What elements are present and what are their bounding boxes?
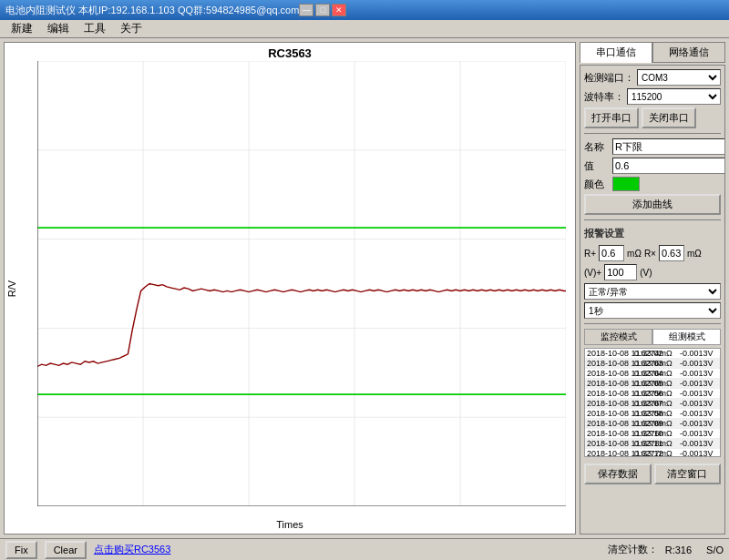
data-cell-time: 2018-10-08 11:33:12 <box>587 449 632 457</box>
main-layout: RC3563 R/V AUTO 0.6273mΩ AUTO -0.0013V P… <box>0 38 729 538</box>
data-cell-v: -0.0013V <box>680 409 721 418</box>
data-cell-r: 0.6276mΩ <box>634 359 678 368</box>
v-plus-label: (V)+ <box>584 268 601 278</box>
time-select[interactable]: 1秒 <box>584 302 721 319</box>
open-serial-button[interactable]: 打开串口 <box>584 107 639 128</box>
so-value: S/O <box>706 545 724 555</box>
alarm-type-select[interactable]: 正常/异常 <box>584 283 721 300</box>
baud-row: 波特率： 115200 <box>584 88 721 105</box>
count-value: R:316 <box>665 545 692 555</box>
r-minus-unit: mΩ <box>687 249 702 259</box>
data-cell-time: 2018-10-08 11:33:02 <box>587 349 632 358</box>
v-range-row: (V)+ (V) <box>584 264 721 280</box>
color-picker[interactable] <box>612 177 640 191</box>
data-cell-v: -0.0013V <box>680 359 721 368</box>
baud-select[interactable]: 115200 <box>627 88 721 105</box>
menu-item-编辑[interactable]: 编辑 <box>40 19 77 38</box>
port-select[interactable]: COM3 <box>637 69 721 86</box>
v-plus-input[interactable] <box>604 264 637 280</box>
table-row: 2018-10-08 11:33:110.6278mΩ-0.0013V <box>585 439 720 449</box>
data-cell-time: 2018-10-08 11:33:03 <box>587 359 632 368</box>
statusbar: Fix Clear 点击购买RC3563 清空计数： R:316 S/O <box>0 538 729 560</box>
empty-count-label: 清空计数： <box>608 543 658 556</box>
data-table[interactable]: 2018-10-08 11:33:020.6274mΩ-0.0013V2018-… <box>584 348 721 457</box>
serial-btn-row: 打开串口 关闭串口 <box>584 107 721 128</box>
minimize-button[interactable]: — <box>299 4 313 16</box>
data-cell-time: 2018-10-08 11:33:10 <box>587 429 632 438</box>
maximize-button[interactable]: □ <box>315 4 330 16</box>
name-label: 名称 <box>584 140 610 154</box>
value-row: 值 <box>584 158 721 174</box>
data-cell-time: 2018-10-08 11:33:07 <box>587 399 632 408</box>
clear-window-button[interactable]: 清空窗口 <box>654 463 722 484</box>
value-input[interactable] <box>612 158 725 174</box>
chart-svg: 0.66 0.64 0.62 0.60 0.58 0 50 100 150 20… <box>37 61 566 506</box>
data-cell-time: 2018-10-08 11:33:06 <box>587 389 632 398</box>
r-plus-label: R+ <box>584 249 596 259</box>
time-row: 1秒 <box>584 302 721 319</box>
divider1 <box>584 133 721 134</box>
menu-item-关于[interactable]: 关于 <box>113 19 149 38</box>
divider2 <box>584 219 721 220</box>
r-range-row: R+ mΩ R× mΩ <box>584 245 721 261</box>
close-button[interactable]: ✕ <box>332 4 346 16</box>
name-input[interactable] <box>612 138 725 155</box>
mode-tabs: 监控模式 组测模式 <box>584 329 721 345</box>
add-curve-button[interactable]: 添加曲线 <box>584 194 721 215</box>
data-cell-v: -0.0013V <box>680 389 721 398</box>
data-cell-time: 2018-10-08 11:33:11 <box>587 439 632 448</box>
r-plus-unit: mΩ <box>627 249 642 259</box>
menu-item-新建[interactable]: 新建 <box>4 19 40 38</box>
data-cell-r: 0.6276mΩ <box>634 429 678 438</box>
tab-row: 串口通信 网络通信 <box>580 42 725 63</box>
data-cell-r: 0.6276mΩ <box>634 419 678 428</box>
data-cell-v: -0.0013V <box>680 399 721 408</box>
r-plus-input[interactable] <box>599 245 624 261</box>
data-cell-time: 2018-10-08 11:33:09 <box>587 419 632 428</box>
data-cell-r: 0.6275mΩ <box>634 389 678 398</box>
menu-item-工具[interactable]: 工具 <box>77 19 113 38</box>
data-cell-r: 0.6276mΩ <box>634 369 678 378</box>
data-cell-r: 0.6276mΩ <box>634 379 678 388</box>
color-label: 颜色 <box>584 178 610 191</box>
table-row: 2018-10-08 11:33:060.6275mΩ-0.0013V <box>585 389 720 399</box>
titlebar-controls: — □ ✕ <box>299 4 346 16</box>
save-button[interactable]: 保存数据 <box>584 463 652 484</box>
data-cell-r: 0.6274mΩ <box>634 349 678 358</box>
mode-tab-group[interactable]: 组测模式 <box>652 329 721 345</box>
tab-network[interactable]: 网络通信 <box>652 42 725 63</box>
port-label: 检测端口： <box>584 71 634 85</box>
mode-tab-monitor[interactable]: 监控模式 <box>584 329 652 345</box>
r-minus-input[interactable] <box>659 245 684 261</box>
data-cell-v: -0.0013V <box>680 419 721 428</box>
data-cell-time: 2018-10-08 11:33:05 <box>587 379 632 388</box>
right-panel: 串口通信 网络通信 检测端口： COM3 波特率： 115200 打开串口 关闭… <box>580 42 725 535</box>
tab-serial[interactable]: 串口通信 <box>580 42 652 63</box>
x-axis-label: Times <box>276 519 303 530</box>
table-row: 2018-10-08 11:33:020.6274mΩ-0.0013V <box>585 349 720 359</box>
data-cell-v: -0.0013V <box>680 379 721 388</box>
alarm-section-title: 报警设置 <box>584 227 721 240</box>
table-row: 2018-10-08 11:33:050.6276mΩ-0.0013V <box>585 379 720 389</box>
titlebar-title: 电池内阻测试仪 本机IP:192.168.1.103 QQ群:594824985… <box>5 4 299 17</box>
table-row: 2018-10-08 11:33:040.6276mΩ-0.0013V <box>585 369 720 379</box>
table-row: 2018-10-08 11:33:120.6277mΩ-0.0013V <box>585 449 720 457</box>
name-row: 名称 <box>584 138 721 155</box>
data-cell-v: -0.0013V <box>680 369 721 378</box>
table-row: 2018-10-08 11:33:090.6276mΩ-0.0013V <box>585 419 720 429</box>
menubar: 新建编辑工具关于 <box>0 20 729 38</box>
fix-button[interactable]: Fix <box>5 541 37 559</box>
alarm-type-row: 正常/异常 <box>584 283 721 300</box>
close-serial-button[interactable]: 关闭串口 <box>642 107 696 128</box>
add-curve-row: 添加曲线 <box>584 194 721 215</box>
svg-rect-0 <box>37 61 566 506</box>
r-minus-label: R× <box>644 249 656 259</box>
status-link[interactable]: 点击购买RC3563 <box>94 543 170 556</box>
data-cell-v: -0.0013V <box>680 429 721 438</box>
color-row: 颜色 <box>584 177 721 191</box>
control-panel: 检测端口： COM3 波特率： 115200 打开串口 关闭串口 名称 <box>580 65 725 535</box>
data-cell-r: 0.6276mΩ <box>634 399 678 408</box>
clear-button[interactable]: Clear <box>45 541 87 559</box>
data-cell-time: 2018-10-08 11:33:08 <box>587 409 632 418</box>
data-cell-v: -0.0013V <box>680 439 721 448</box>
